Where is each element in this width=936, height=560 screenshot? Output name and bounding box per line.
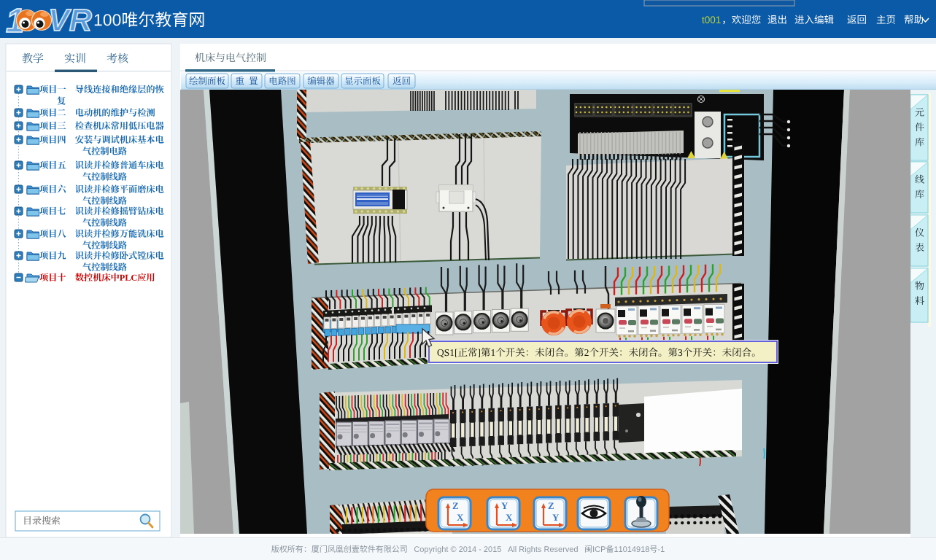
svg-text:VR: VR <box>48 2 92 37</box>
